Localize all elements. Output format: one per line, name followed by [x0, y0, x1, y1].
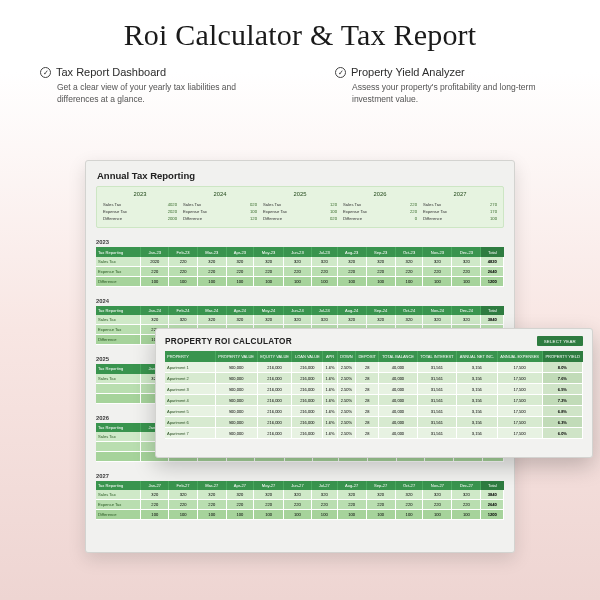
- annual-summary-col: 2025Sales Tax120Expense Tax100Difference…: [260, 191, 340, 222]
- table-row: Apartment 2900,000216,000216,0001.6%2.50…: [165, 373, 583, 384]
- tax-year-label: 2027: [96, 470, 504, 481]
- annual-year: 2025: [263, 191, 337, 201]
- table-row: Apartment 3900,000216,000216,0001.6%2.50…: [165, 384, 583, 395]
- table-row: Expense Tax22022022022022022022022022022…: [96, 500, 504, 510]
- table-row: Difference100100100100100100100100100100…: [96, 510, 504, 520]
- sheet-title: Annual Tax Reporting: [96, 169, 504, 186]
- tax-table: Tax ReportingJan-27Feb-27Mar-27Apr-27May…: [96, 481, 504, 520]
- annual-year: 2026: [343, 191, 417, 201]
- table-row: Apartment 4900,000216,000216,0001.6%2.50…: [165, 395, 583, 406]
- table-row: Apartment 6900,000216,000216,0001.6%2.50…: [165, 417, 583, 428]
- annual-row: Sales Tax270: [423, 201, 497, 208]
- annual-row: Sales Tax120: [263, 201, 337, 208]
- tax-table: Tax ReportingJan-23Feb-23Mar-23Apr-23May…: [96, 247, 504, 286]
- check-icon: ✓: [335, 67, 346, 78]
- table-row: Difference100100100100100100100100100100…: [96, 276, 504, 286]
- table-row: Sales Tax3203203203203203203203203203203…: [96, 490, 504, 500]
- roi-table: PROPERTYPROPERTY VALUEEQUITY VALUELOAN V…: [165, 351, 583, 439]
- annual-row: Expense Tax2020: [103, 208, 177, 215]
- page-title: Roi Calculator & Tax Report: [0, 0, 600, 66]
- annual-row: Expense Tax170: [423, 208, 497, 215]
- select-year-button[interactable]: SELECT YEAR: [537, 336, 583, 346]
- annual-year: 2024: [183, 191, 257, 201]
- feature-desc: Assess your property's profitability and…: [335, 82, 560, 106]
- tax-year-block: 2023Tax ReportingJan-23Feb-23Mar-23Apr-2…: [96, 236, 504, 286]
- annual-row: Sales Tax020: [183, 201, 257, 208]
- annual-summary: 2023Sales Tax4020Expense Tax2020Differen…: [96, 186, 504, 228]
- annual-summary-col: 2026Sales Tax220Expense Tax220Difference…: [340, 191, 420, 222]
- annual-row: Difference100: [423, 215, 497, 222]
- annual-row: Difference120: [183, 215, 257, 222]
- annual-summary-col: 2027Sales Tax270Expense Tax170Difference…: [420, 191, 500, 222]
- feature-desc: Get a clear view of your yearly tax liab…: [40, 82, 265, 106]
- roi-calculator-sheet: PROPERTY ROI CALCULATOR SELECT YEAR PROP…: [155, 328, 593, 458]
- annual-row: Difference020: [263, 215, 337, 222]
- tax-year-label: 2023: [96, 236, 504, 247]
- annual-year: 2023: [103, 191, 177, 201]
- check-icon: ✓: [40, 67, 51, 78]
- annual-row: Expense Tax100: [183, 208, 257, 215]
- table-row: Apartment 5900,000216,000216,0001.6%2.50…: [165, 406, 583, 417]
- feature-title-text: Property Yield Analyzer: [351, 66, 465, 78]
- table-row: Sales Tax3203203203203203203203203203203…: [96, 315, 504, 325]
- table-row: Apartment 1900,000216,000216,0001.6%2.50…: [165, 362, 583, 373]
- annual-row: Sales Tax4020: [103, 201, 177, 208]
- roi-title: PROPERTY ROI CALCULATOR: [165, 337, 292, 346]
- table-row: Apartment 7900,000216,000216,0001.6%2.50…: [165, 428, 583, 439]
- tax-year-block: 2027Tax ReportingJan-27Feb-27Mar-27Apr-2…: [96, 470, 504, 520]
- tax-year-label: 2024: [96, 295, 504, 306]
- annual-row: Difference0: [343, 215, 417, 222]
- table-row: Expense Tax22022022022022022022022022022…: [96, 266, 504, 276]
- annual-summary-col: 2024Sales Tax020Expense Tax100Difference…: [180, 191, 260, 222]
- annual-row: Difference2000: [103, 215, 177, 222]
- feature-row: ✓ Tax Report Dashboard Get a clear view …: [0, 66, 600, 106]
- feature-item: ✓ Property Yield Analyzer Assess your pr…: [335, 66, 560, 106]
- feature-title-text: Tax Report Dashboard: [56, 66, 166, 78]
- annual-year: 2027: [423, 191, 497, 201]
- annual-row: Expense Tax100: [263, 208, 337, 215]
- feature-item: ✓ Tax Report Dashboard Get a clear view …: [40, 66, 265, 106]
- annual-row: Sales Tax220: [343, 201, 417, 208]
- annual-summary-col: 2023Sales Tax4020Expense Tax2020Differen…: [100, 191, 180, 222]
- table-row: Sales Tax2020220320320320320320320320320…: [96, 257, 504, 267]
- annual-row: Expense Tax220: [343, 208, 417, 215]
